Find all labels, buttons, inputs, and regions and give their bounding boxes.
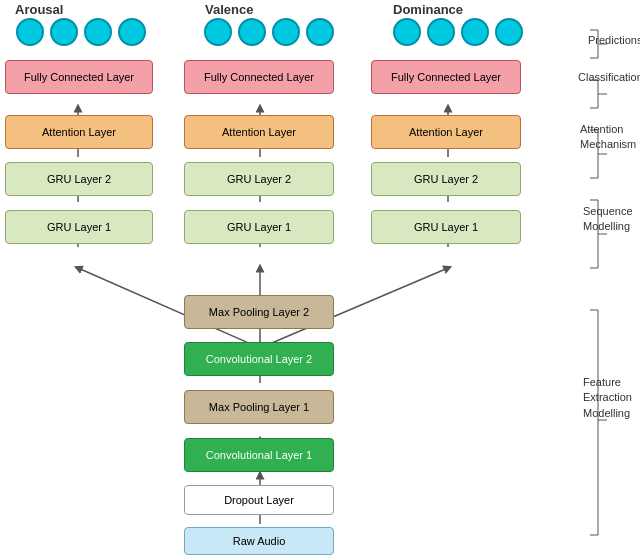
gru1-layer-arousal: GRU Layer 1 <box>5 210 153 244</box>
dropout-layer: Dropout Layer <box>184 485 334 515</box>
max-pool2-layer: Max Pooling Layer 2 <box>184 295 334 329</box>
gru2-layer-valence: GRU Layer 2 <box>184 162 334 196</box>
fc-layer-valence: Fully Connected Layer <box>184 60 334 94</box>
col-header-arousal: Arousal <box>15 2 63 17</box>
circle-arousal-2 <box>50 18 78 46</box>
circle-dominance-2 <box>427 18 455 46</box>
label-classification: Classification <box>578 70 638 84</box>
gru2-layer-arousal: GRU Layer 2 <box>5 162 153 196</box>
conv2-layer: Convolutional Layer 2 <box>184 342 334 376</box>
circle-valence-1 <box>204 18 232 46</box>
label-feature: FeatureExtractionModelling <box>583 375 638 421</box>
circle-valence-3 <box>272 18 300 46</box>
col-header-valence: Valence <box>205 2 253 17</box>
attention-layer-valence: Attention Layer <box>184 115 334 149</box>
col-header-dominance: Dominance <box>393 2 463 17</box>
circle-valence-2 <box>238 18 266 46</box>
max-pool1-layer: Max Pooling Layer 1 <box>184 390 334 424</box>
circle-arousal-1 <box>16 18 44 46</box>
label-sequence: SequenceModelling <box>583 204 638 235</box>
circle-arousal-3 <box>84 18 112 46</box>
gru2-layer-dominance: GRU Layer 2 <box>371 162 521 196</box>
attention-layer-dominance: Attention Layer <box>371 115 521 149</box>
diagram: Arousal Valence Dominance Fully Connecte… <box>0 0 640 558</box>
conv1-layer: Convolutional Layer 1 <box>184 438 334 472</box>
fc-layer-arousal: Fully Connected Layer <box>5 60 153 94</box>
gru1-layer-dominance: GRU Layer 1 <box>371 210 521 244</box>
circle-arousal-4 <box>118 18 146 46</box>
circle-dominance-1 <box>393 18 421 46</box>
circle-dominance-4 <box>495 18 523 46</box>
circle-valence-4 <box>306 18 334 46</box>
label-attention: AttentionMechanism <box>580 122 638 153</box>
gru1-layer-valence: GRU Layer 1 <box>184 210 334 244</box>
raw-audio-layer: Raw Audio <box>184 527 334 555</box>
attention-layer-arousal: Attention Layer <box>5 115 153 149</box>
fc-layer-dominance: Fully Connected Layer <box>371 60 521 94</box>
circle-dominance-3 <box>461 18 489 46</box>
label-predictions: Predictions <box>588 33 638 47</box>
